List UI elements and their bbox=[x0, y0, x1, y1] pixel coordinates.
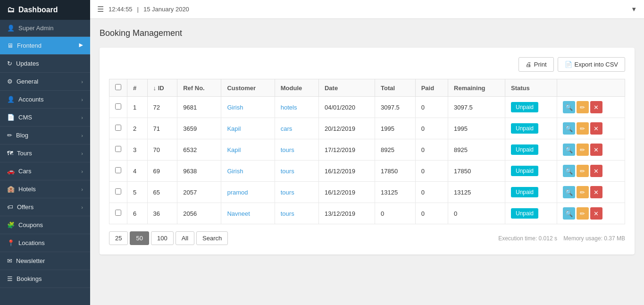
col-remaining: Remaining bbox=[448, 79, 505, 97]
user-name: Super Admin bbox=[18, 25, 53, 32]
sidebar-item-bookings[interactable]: ☰ Bookings bbox=[0, 270, 90, 288]
sidebar-item-blog[interactable]: ✏ Blog › bbox=[0, 127, 90, 144]
module-link[interactable]: tours bbox=[281, 168, 294, 175]
offers-icon: 🏷 bbox=[7, 203, 13, 211]
sidebar-item-frontend[interactable]: 🖥 Frontend ◀ bbox=[0, 37, 90, 55]
topbar-separator: | bbox=[137, 6, 139, 13]
sidebar-item-accounts[interactable]: 👤 Accounts › bbox=[0, 91, 90, 109]
delete-button-5[interactable]: ✕ bbox=[590, 207, 602, 220]
edit-button-0[interactable]: ✏ bbox=[577, 101, 589, 113]
sidebar-item-general[interactable]: ⚙ General › bbox=[0, 73, 90, 91]
sidebar-item-cms[interactable]: 📄 CMS › bbox=[0, 109, 90, 127]
row-module: tours bbox=[275, 182, 318, 203]
sidebar-item-label: Updates bbox=[16, 60, 39, 67]
customer-link[interactable]: Girish bbox=[227, 104, 243, 111]
row-customer: Navneet bbox=[221, 203, 275, 224]
table-row: 4 69 9638 Girish tours 16/12/2019 17850 … bbox=[109, 161, 625, 182]
row-paid: 0 bbox=[415, 203, 448, 224]
row-remaining: 17850 bbox=[448, 161, 505, 182]
hamburger-icon[interactable]: ☰ bbox=[97, 5, 104, 14]
delete-button-4[interactable]: ✕ bbox=[590, 186, 602, 198]
row-id: 69 bbox=[147, 161, 177, 182]
view-button-0[interactable]: 🔍 bbox=[563, 101, 575, 113]
view-button-1[interactable]: 🔍 bbox=[563, 122, 575, 135]
row-checkbox-4[interactable] bbox=[115, 188, 121, 195]
row-id: 36 bbox=[147, 203, 177, 224]
col-paid: Paid bbox=[415, 79, 448, 97]
page-50-button[interactable]: 50 bbox=[130, 231, 149, 245]
sidebar-item-hotels[interactable]: 🏨 Hotels › bbox=[0, 180, 90, 198]
sidebar-item-locations[interactable]: 📍 Locations bbox=[0, 234, 90, 252]
row-ref: 6532 bbox=[177, 139, 221, 161]
pagination: 25 50 100 All Search Execution time: 0.0… bbox=[109, 231, 625, 245]
row-paid: 0 bbox=[415, 161, 448, 182]
view-button-3[interactable]: 🔍 bbox=[563, 165, 575, 177]
row-id: 72 bbox=[147, 97, 177, 118]
delete-button-1[interactable]: ✕ bbox=[590, 122, 602, 135]
view-button-2[interactable]: 🔍 bbox=[563, 144, 575, 156]
row-status: Unpaid bbox=[505, 97, 557, 118]
module-link[interactable]: cars bbox=[281, 125, 293, 132]
col---id: ↓ ID bbox=[147, 79, 177, 97]
row-num: 2 bbox=[127, 118, 148, 139]
page-all-button[interactable]: All bbox=[176, 231, 194, 245]
page-100-button[interactable]: 100 bbox=[151, 231, 174, 245]
view-button-4[interactable]: 🔍 bbox=[563, 186, 575, 198]
dropdown-icon[interactable]: ▼ bbox=[631, 6, 637, 13]
row-module: cars bbox=[275, 118, 318, 139]
customer-link[interactable]: pramod bbox=[227, 189, 248, 196]
sidebar-item-updates[interactable]: ↻ Updates bbox=[0, 55, 90, 73]
status-badge: Unpaid bbox=[511, 102, 538, 112]
col-actions bbox=[557, 79, 625, 97]
sidebar-item-tours[interactable]: 🗺 Tours › bbox=[0, 144, 90, 162]
row-checkbox-3[interactable] bbox=[115, 167, 121, 173]
export-button[interactable]: 📄 Export into CSV bbox=[558, 57, 626, 72]
row-checkbox-cell bbox=[109, 97, 127, 118]
row-checkbox-5[interactable] bbox=[115, 210, 121, 216]
topbar-left: ☰ 12:44:55 | 15 January 2020 bbox=[97, 5, 189, 14]
sidebar-nav: 🖥 Frontend ◀ ↻ Updates ⚙ General › 👤 Acc… bbox=[0, 37, 90, 305]
topbar-date: 15 January 2020 bbox=[143, 6, 189, 13]
row-actions: 🔍 ✏ ✕ bbox=[557, 139, 625, 161]
pagination-controls: 25 50 100 All Search bbox=[109, 231, 228, 245]
print-button[interactable]: 🖨 Print bbox=[519, 57, 554, 72]
row-num: 5 bbox=[127, 182, 148, 203]
row-status: Unpaid bbox=[505, 139, 557, 161]
module-link[interactable]: tours bbox=[281, 189, 294, 196]
delete-button-3[interactable]: ✕ bbox=[590, 165, 602, 177]
edit-button-1[interactable]: ✏ bbox=[577, 122, 589, 135]
tours-icon: 🗺 bbox=[7, 150, 13, 157]
edit-button-3[interactable]: ✏ bbox=[577, 165, 589, 177]
select-all-checkbox[interactable] bbox=[115, 84, 121, 90]
page-25-button[interactable]: 25 bbox=[109, 231, 128, 245]
row-date: 13/12/2019 bbox=[318, 203, 375, 224]
row-checkbox-0[interactable] bbox=[115, 103, 121, 110]
view-button-5[interactable]: 🔍 bbox=[563, 207, 575, 220]
row-customer: Girish bbox=[221, 161, 275, 182]
row-checkbox-1[interactable] bbox=[115, 125, 121, 131]
delete-button-2[interactable]: ✕ bbox=[590, 144, 602, 156]
customer-link[interactable]: Kapil bbox=[227, 146, 241, 153]
row-checkbox-2[interactable] bbox=[115, 146, 121, 152]
row-total: 0 bbox=[375, 203, 416, 224]
customer-link[interactable]: Girish bbox=[227, 168, 243, 175]
edit-button-2[interactable]: ✏ bbox=[577, 144, 589, 156]
col-status: Status bbox=[505, 79, 557, 97]
sidebar-item-newsletter[interactable]: ✉ Newsletter bbox=[0, 252, 90, 270]
sidebar-item-cars[interactable]: 🚗 Cars › bbox=[0, 162, 90, 180]
customer-link[interactable]: Kapil bbox=[227, 125, 241, 132]
row-customer: pramod bbox=[221, 182, 275, 203]
customer-link[interactable]: Navneet bbox=[227, 210, 250, 217]
module-link[interactable]: tours bbox=[281, 146, 294, 153]
delete-button-0[interactable]: ✕ bbox=[590, 101, 602, 113]
chevron-right-icon: › bbox=[81, 186, 83, 192]
module-link[interactable]: hotels bbox=[281, 104, 297, 111]
edit-button-5[interactable]: ✏ bbox=[577, 207, 589, 220]
row-status: Unpaid bbox=[505, 161, 557, 182]
sidebar-item-offers[interactable]: 🏷 Offers › bbox=[0, 198, 90, 216]
sidebar-item-coupons[interactable]: 🧩 Coupons bbox=[0, 216, 90, 234]
edit-button-4[interactable]: ✏ bbox=[577, 186, 589, 198]
row-actions: 🔍 ✏ ✕ bbox=[557, 118, 625, 139]
module-link[interactable]: tours bbox=[281, 210, 294, 217]
search-button[interactable]: Search bbox=[196, 231, 228, 245]
